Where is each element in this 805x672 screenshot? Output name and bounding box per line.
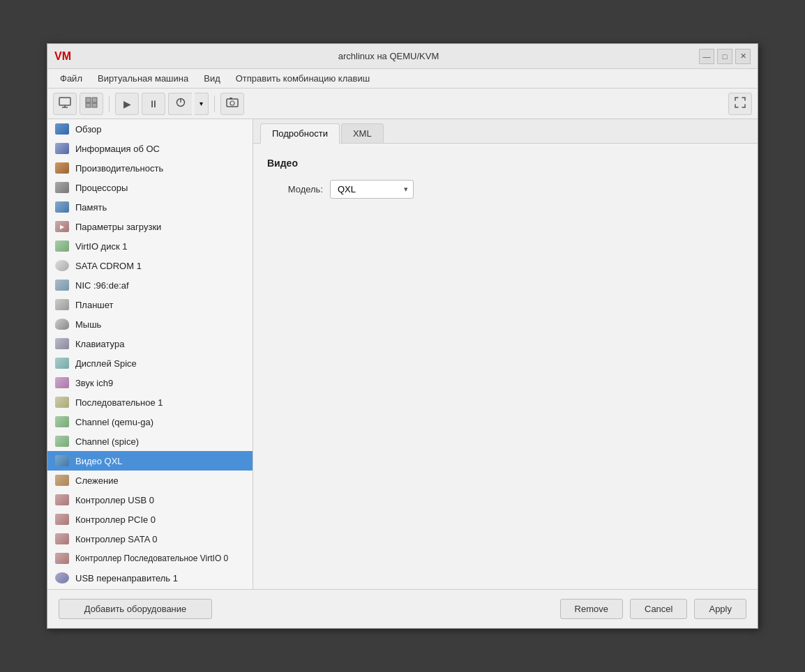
sidebar-label-tablet: Планшет bbox=[75, 300, 114, 310]
os-info-icon bbox=[54, 142, 70, 155]
cancel-button[interactable]: Cancel bbox=[630, 599, 687, 619]
sidebar-item-pcie-ctrl-0[interactable]: Контроллер PCIe 0 bbox=[47, 510, 253, 529]
overview-icon bbox=[54, 123, 70, 135]
sidebar-item-usb-redir-1[interactable]: USB перенаправитель 1 bbox=[47, 568, 253, 588]
sidebar-item-sound[interactable]: Звук ich9 bbox=[47, 373, 253, 392]
boot-icon: ▶ bbox=[54, 220, 70, 233]
fullscreen-icon bbox=[735, 97, 746, 110]
sidebar-label-os-info: Информация об ОС bbox=[75, 144, 160, 154]
svg-rect-3 bbox=[86, 98, 91, 102]
sidebar-item-mouse[interactable]: Мышь bbox=[47, 314, 253, 334]
toolbar-fullscreen-button[interactable] bbox=[728, 93, 752, 115]
toolbar-power-button[interactable] bbox=[168, 93, 192, 115]
restore-button[interactable]: □ bbox=[717, 49, 732, 64]
mouse-icon bbox=[54, 318, 70, 330]
toolbar-screenshot-button[interactable] bbox=[220, 93, 244, 115]
usb-redir1-icon bbox=[54, 572, 70, 584]
channel-qemu-icon bbox=[54, 415, 70, 428]
toolbar-separator-2 bbox=[214, 96, 215, 112]
keyboard-icon bbox=[54, 337, 70, 350]
sidebar-item-boot[interactable]: ▶ Параметры загрузки bbox=[47, 217, 253, 236]
add-hardware-button[interactable]: Добавить оборудование bbox=[59, 599, 212, 619]
sidebar-item-watchdog[interactable]: Слежение bbox=[47, 471, 253, 490]
sidebar-label-boot: Параметры загрузки bbox=[75, 222, 161, 232]
sidebar-item-video-qxl[interactable]: Видео QXL bbox=[47, 451, 253, 471]
toolbar-pause-button[interactable]: ⏸ bbox=[142, 93, 165, 115]
performance-icon bbox=[54, 162, 70, 174]
sidebar-item-tablet[interactable]: Планшет bbox=[47, 295, 253, 314]
sidebar-label-serial1: Последовательное 1 bbox=[75, 397, 163, 408]
tablet-icon bbox=[54, 298, 70, 311]
menu-send-keys[interactable]: Отправить комбинацию клавиш bbox=[229, 70, 377, 86]
model-select-wrapper: QXL VGA Virtio BOCHS Ramfb None ▾ bbox=[330, 180, 414, 199]
apply-button[interactable]: Apply bbox=[694, 599, 746, 619]
sidebar-item-usb-ctrl-0[interactable]: Контроллер USB 0 bbox=[47, 490, 253, 510]
menu-vm[interactable]: Виртуальная машина bbox=[91, 70, 195, 86]
model-row: Модель: QXL VGA Virtio BOCHS Ramfb None … bbox=[267, 180, 744, 199]
sidebar-label-usb-ctrl-0: Контроллер USB 0 bbox=[75, 495, 154, 505]
sidebar-label-usb-redir-1: USB перенаправитель 1 bbox=[75, 573, 178, 583]
details-icon bbox=[85, 97, 98, 110]
serial-virtio-icon bbox=[54, 552, 70, 565]
sidebar-label-spice-display: Дисплей Spice bbox=[75, 358, 137, 369]
sidebar-item-channel-spice[interactable]: Channel (spice) bbox=[47, 432, 253, 451]
sidebar-item-virtio-disk[interactable]: VirtIO диск 1 bbox=[47, 236, 253, 256]
tab-xml[interactable]: XML bbox=[341, 123, 384, 143]
section-title: Видео bbox=[267, 158, 744, 169]
sidebar-item-performance[interactable]: Производительность bbox=[47, 158, 253, 178]
menu-file[interactable]: Файл bbox=[53, 70, 89, 86]
main-window: VM archlinux на QEMU/KVM — □ ✕ Файл Вирт… bbox=[47, 43, 758, 629]
nic-icon bbox=[54, 279, 70, 291]
toolbar-monitor-button[interactable] bbox=[53, 93, 77, 115]
svg-point-10 bbox=[230, 101, 234, 105]
menu-view[interactable]: Вид bbox=[197, 70, 227, 86]
close-button[interactable]: ✕ bbox=[735, 49, 751, 64]
sidebar-label-channel-qemu: Channel (qemu-ga) bbox=[75, 417, 153, 427]
toolbar: ▶ ⏸ ▾ bbox=[47, 89, 758, 119]
tab-details[interactable]: Подробности bbox=[260, 123, 340, 144]
serial1-icon bbox=[54, 396, 70, 408]
sidebar-item-spice-display[interactable]: Дисплей Spice bbox=[47, 353, 253, 373]
minimize-button[interactable]: — bbox=[699, 49, 714, 64]
sata-cdrom-icon bbox=[54, 259, 70, 272]
sidebar-item-overview[interactable]: Обзор bbox=[47, 119, 253, 139]
svg-rect-6 bbox=[92, 103, 97, 107]
sidebar-item-serial-virtio[interactable]: Контроллер Последовательное VirtIO 0 bbox=[47, 549, 253, 568]
sidebar-label-nic: NIC :96:de:af bbox=[75, 280, 129, 291]
toolbar-power-dropdown[interactable]: ▾ bbox=[195, 93, 209, 115]
sidebar-label-serial-virtio: Контроллер Последовательное VirtIO 0 bbox=[75, 553, 228, 563]
panel-content: Видео Модель: QXL VGA Virtio BOCHS Ramfb… bbox=[253, 144, 758, 589]
sidebar-item-processors[interactable]: Процессоры bbox=[47, 178, 253, 197]
play-icon: ▶ bbox=[123, 98, 131, 109]
sound-icon bbox=[54, 376, 70, 389]
sidebar-item-os-info[interactable]: Информация об ОС bbox=[47, 139, 253, 158]
power-icon bbox=[176, 98, 186, 109]
sata-ctrl-icon bbox=[54, 533, 70, 545]
window-title: archlinux на QEMU/KVM bbox=[78, 51, 699, 61]
processors-icon bbox=[54, 181, 70, 194]
sidebar-label-performance: Производительность bbox=[75, 163, 163, 174]
pause-icon: ⏸ bbox=[149, 98, 158, 109]
sidebar-item-serial1[interactable]: Последовательное 1 bbox=[47, 392, 253, 412]
sidebar-label-sata-cdrom: SATA CDROM 1 bbox=[75, 261, 142, 271]
sidebar-item-sata-cdrom[interactable]: SATA CDROM 1 bbox=[47, 256, 253, 275]
sidebar-item-memory[interactable]: Память bbox=[47, 197, 253, 217]
sidebar-item-keyboard[interactable]: Клавиатура bbox=[47, 334, 253, 353]
sidebar: Обзор Информация об ОС Производительност… bbox=[47, 119, 253, 589]
sidebar-item-nic[interactable]: NIC :96:de:af bbox=[47, 275, 253, 295]
sidebar-label-overview: Обзор bbox=[75, 124, 102, 135]
remove-button[interactable]: Remove bbox=[560, 599, 623, 619]
memory-icon bbox=[54, 201, 70, 213]
usb-ctrl-icon bbox=[54, 494, 70, 506]
sidebar-item-sata-ctrl-0[interactable]: Контроллер SATA 0 bbox=[47, 529, 253, 549]
svg-rect-11 bbox=[230, 98, 232, 99]
model-select[interactable]: QXL VGA Virtio BOCHS Ramfb None bbox=[330, 180, 414, 199]
spice-display-icon bbox=[54, 357, 70, 369]
bottom-bar: Добавить оборудование Remove Cancel Appl… bbox=[47, 589, 758, 628]
toolbar-details-button[interactable] bbox=[80, 93, 103, 115]
sidebar-label-video-qxl: Видео QXL bbox=[75, 456, 123, 466]
sidebar-item-channel-qemu[interactable]: Channel (qemu-ga) bbox=[47, 412, 253, 432]
watchdog-icon bbox=[54, 474, 70, 487]
chevron-down-icon: ▾ bbox=[200, 100, 203, 107]
toolbar-play-button[interactable]: ▶ bbox=[115, 93, 139, 115]
